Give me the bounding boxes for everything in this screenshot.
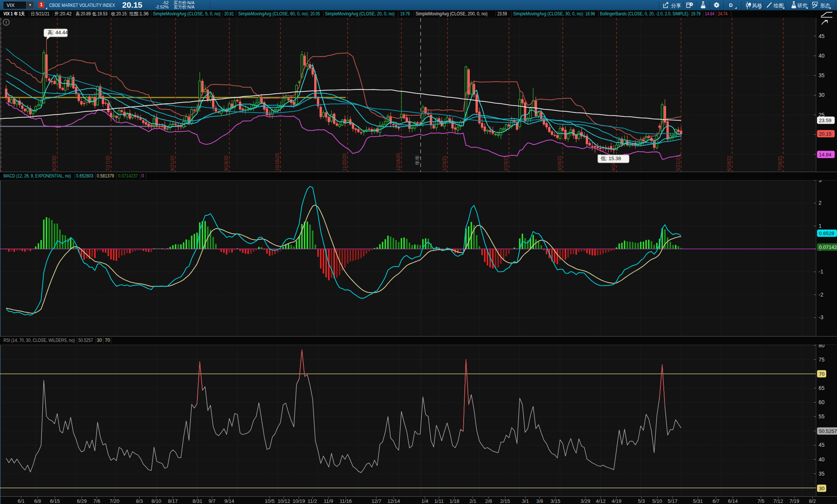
svg-text:7/17/20: 7/17/20 xyxy=(105,156,111,171)
svg-text:1: 1 xyxy=(819,223,822,229)
svg-text:6/15: 6/15 xyxy=(50,498,60,504)
svg-text:-1: -1 xyxy=(819,269,824,275)
svg-text:55: 55 xyxy=(819,413,825,419)
svg-text:8/10: 8/10 xyxy=(151,498,161,504)
svg-text:7/16/21: 7/16/21 xyxy=(777,156,783,171)
svg-text:6/7: 6/7 xyxy=(713,498,719,504)
svg-text:30: 30 xyxy=(819,92,825,98)
svg-text:6/19/20: 6/19/20 xyxy=(51,156,57,171)
svg-text:5/31: 5/31 xyxy=(693,498,703,504)
svg-text:8/3: 8/3 xyxy=(136,498,143,504)
svg-text:6/8: 6/8 xyxy=(34,498,41,504)
svg-text:1/15/21: 1/15/21 xyxy=(442,156,447,171)
svg-text:10/5: 10/5 xyxy=(265,498,274,504)
svg-text:6/29: 6/29 xyxy=(77,498,86,504)
svg-text:9/7: 9/7 xyxy=(209,498,215,504)
svg-text:7/12: 7/12 xyxy=(773,498,783,504)
svg-text:4/12: 4/12 xyxy=(596,498,605,504)
svg-text:15: 15 xyxy=(819,151,825,157)
svg-text:70: 70 xyxy=(819,371,825,377)
svg-text:10/19: 10/19 xyxy=(293,498,305,504)
svg-text:50: 50 xyxy=(819,428,825,434)
svg-text:2/8: 2/8 xyxy=(485,498,492,504)
svg-text:3/15: 3/15 xyxy=(550,498,560,504)
svg-text:20: 20 xyxy=(819,131,825,138)
svg-text:5/3: 5/3 xyxy=(638,498,645,504)
svg-text:40: 40 xyxy=(819,456,825,463)
svg-text:9/14: 9/14 xyxy=(224,498,234,504)
svg-text:低: 15.38: 低: 15.38 xyxy=(600,156,621,161)
svg-text:8/17: 8/17 xyxy=(168,498,177,504)
svg-text:1/18: 1/18 xyxy=(449,498,459,504)
svg-text:7/19: 7/19 xyxy=(789,498,799,504)
svg-text:14.84: 14.84 xyxy=(819,152,832,158)
svg-text:11/2: 11/2 xyxy=(308,498,317,504)
svg-text:8/21/20: 8/21/20 xyxy=(170,156,175,171)
svg-text:5/10: 5/10 xyxy=(652,498,662,504)
svg-text:3/29: 3/29 xyxy=(580,498,590,504)
svg-text:12/14: 12/14 xyxy=(388,498,400,504)
svg-text:70: 70 xyxy=(819,371,824,377)
svg-text:!: ! xyxy=(5,20,7,25)
svg-text:-2: -2 xyxy=(819,292,824,298)
svg-text:0.6528: 0.6528 xyxy=(819,230,834,236)
svg-text:9/18/20: 9/18/20 xyxy=(224,156,229,171)
svg-text:6/14: 6/14 xyxy=(728,498,738,504)
svg-text:50.5257: 50.5257 xyxy=(819,428,837,434)
svg-text:30: 30 xyxy=(819,485,825,491)
svg-text:-3: -3 xyxy=(819,314,824,320)
svg-text:6/18/21: 6/18/21 xyxy=(726,156,732,171)
svg-text:12/18/20: 12/18/20 xyxy=(396,153,401,171)
svg-text:2: 2 xyxy=(819,200,822,206)
svg-text:6/1: 6/1 xyxy=(18,498,25,504)
svg-text:4/16/21: 4/16/21 xyxy=(611,156,616,171)
svg-text:12/7: 12/7 xyxy=(371,498,381,504)
svg-text:8/2: 8/2 xyxy=(809,498,816,504)
svg-text:2/15: 2/15 xyxy=(500,498,510,504)
svg-text:0.07142: 0.07142 xyxy=(819,244,837,250)
svg-text:年年: 年年 xyxy=(414,155,420,165)
svg-text:8/31: 8/31 xyxy=(192,498,202,504)
svg-text:75: 75 xyxy=(819,356,825,363)
svg-text:10/16/20: 10/16/20 xyxy=(275,153,280,171)
svg-text:3/8: 3/8 xyxy=(536,498,543,504)
svg-text:7/6: 7/6 xyxy=(93,498,100,504)
svg-text:5/21/21: 5/21/21 xyxy=(675,156,681,171)
svg-text:65: 65 xyxy=(819,385,825,391)
svg-text:3/1: 3/1 xyxy=(522,498,529,504)
svg-text:20.15: 20.15 xyxy=(819,131,832,137)
svg-text:25: 25 xyxy=(819,112,825,118)
svg-text:高: 44.44: 高: 44.44 xyxy=(48,30,68,35)
svg-text:0: 0 xyxy=(819,246,822,252)
svg-text:11/16: 11/16 xyxy=(340,498,352,504)
svg-text:2/1: 2/1 xyxy=(469,498,476,504)
svg-text:2/19/21: 2/19/21 xyxy=(503,156,509,171)
svg-text:4/19: 4/19 xyxy=(612,498,621,504)
svg-text:30: 30 xyxy=(819,486,824,491)
svg-text:1/4: 1/4 xyxy=(421,498,428,504)
svg-text:3/19/21: 3/19/21 xyxy=(557,156,562,171)
svg-text:10/12: 10/12 xyxy=(278,498,290,504)
svg-text:7/20: 7/20 xyxy=(109,498,119,504)
svg-text:7/5: 7/5 xyxy=(757,498,764,504)
svg-text:45: 45 xyxy=(819,442,825,448)
svg-text:35: 35 xyxy=(819,471,825,477)
svg-text:60: 60 xyxy=(819,399,825,405)
svg-text:1/11: 1/11 xyxy=(434,498,444,504)
svg-text:45: 45 xyxy=(819,33,825,39)
svg-text:11/20/20: 11/20/20 xyxy=(342,153,347,171)
svg-text:11/9: 11/9 xyxy=(324,498,333,504)
svg-text:23.59: 23.59 xyxy=(819,118,832,123)
svg-text:5/17: 5/17 xyxy=(668,498,677,504)
svg-text:40: 40 xyxy=(819,53,825,59)
svg-text:35: 35 xyxy=(819,72,825,78)
